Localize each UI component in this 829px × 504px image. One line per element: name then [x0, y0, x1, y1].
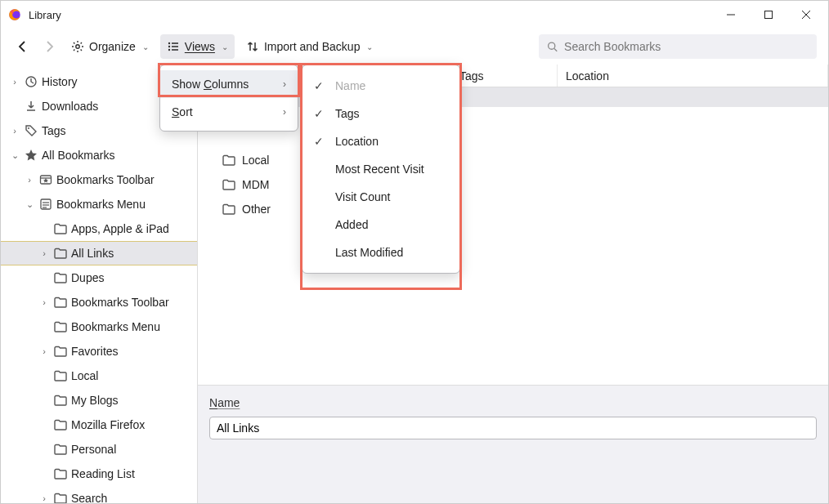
- sidebar-item-apps[interactable]: Apps, Apple & iPad: [1, 216, 197, 241]
- menu-item-show-columns[interactable]: Show Columns ›: [160, 70, 298, 98]
- sidebar-item-label: Reading List: [71, 467, 135, 480]
- column-toggle-location[interactable]: ✓Location: [302, 127, 459, 155]
- check-icon: ✓: [314, 135, 327, 148]
- list-item-label: MDM: [242, 178, 269, 191]
- sidebar-item-bookmarks-menu[interactable]: ⌄Bookmarks Menu: [1, 192, 197, 216]
- bookmarks-menu-icon: [38, 198, 53, 211]
- list-item-label: Local: [242, 154, 269, 167]
- column-header-location[interactable]: Location: [558, 65, 828, 87]
- tag-icon: [24, 124, 38, 137]
- star-icon: [24, 149, 38, 162]
- views-label: Views: [185, 40, 215, 53]
- titlebar: Library: [1, 1, 828, 29]
- sidebar-item-label: History: [42, 75, 78, 88]
- folder-icon: [53, 444, 68, 455]
- sidebar-item-label: Bookmarks Menu: [56, 198, 146, 211]
- check-icon: ✓: [314, 79, 327, 92]
- folder-icon: [222, 179, 235, 190]
- svg-point-15: [28, 127, 29, 129]
- folder-icon: [53, 223, 68, 234]
- column-toggle-visit-count[interactable]: Visit Count: [302, 183, 459, 211]
- list-item[interactable]: MDM: [198, 172, 828, 197]
- sidebar-item-label: Local: [71, 369, 98, 382]
- svg-point-7: [168, 46, 170, 47]
- sidebar-item-dupes[interactable]: Dupes: [1, 265, 197, 290]
- sidebar-item-all-links[interactable]: ›All Links: [1, 241, 197, 265]
- folder-icon: [53, 272, 68, 283]
- sidebar-item-bookmarks-menu-2[interactable]: Bookmarks Menu: [1, 314, 197, 339]
- sidebar-item-label: Bookmarks Menu: [71, 320, 160, 333]
- menu-item-label: Added: [335, 218, 368, 231]
- folder-icon: [53, 419, 68, 430]
- views-menu: Show Columns › Sort ›: [159, 65, 298, 132]
- list-area[interactable]: Local MDM Other: [198, 87, 828, 385]
- details-name-field[interactable]: All Links: [209, 417, 817, 439]
- menu-item-sort[interactable]: Sort ›: [160, 98, 298, 126]
- menu-item-label: Last Modified: [335, 246, 403, 259]
- column-toggle-last-modified[interactable]: Last Modified: [302, 239, 459, 266]
- folder-icon: [222, 203, 235, 215]
- column-toggle-tags[interactable]: ✓Tags: [302, 100, 459, 127]
- sidebar-item-my-blogs[interactable]: My Blogs: [1, 388, 197, 413]
- sidebar-item-personal[interactable]: Personal: [1, 437, 197, 462]
- sidebar-item-reading-list[interactable]: Reading List: [1, 462, 197, 486]
- menu-item-label: Location: [335, 135, 379, 148]
- search-box[interactable]: [539, 34, 817, 59]
- details-name-label: Name: [209, 396, 240, 409]
- column-toggle-added[interactable]: Added: [302, 211, 459, 239]
- column-header-tags[interactable]: Tags: [451, 65, 558, 87]
- folder-icon: [53, 321, 68, 332]
- gear-icon: [71, 40, 84, 53]
- sidebar-item-label: Downloads: [42, 100, 98, 113]
- toolbar-icon: [38, 173, 53, 186]
- import-backup-menu-button[interactable]: Import and Backup⌄: [240, 34, 380, 59]
- forward-button[interactable]: [38, 36, 60, 57]
- column-toggle-most-recent-visit[interactable]: Most Recent Visit: [302, 155, 459, 183]
- search-icon: [547, 41, 558, 52]
- sidebar-item-search[interactable]: ›Search: [1, 486, 197, 504]
- menu-item-label: Name: [335, 79, 365, 92]
- sidebar-item-label: Dupes: [71, 271, 104, 284]
- folder-icon: [53, 370, 68, 381]
- sidebar-item-label: Mozilla Firefox: [71, 418, 145, 431]
- svg-point-6: [168, 42, 170, 44]
- sidebar-item-label: Apps, Apple & iPad: [71, 222, 169, 235]
- folder-icon: [53, 248, 68, 259]
- menu-item-label: Tags: [335, 107, 360, 120]
- sidebar-item-label: My Blogs: [71, 394, 119, 407]
- svg-rect-2: [765, 11, 773, 19]
- back-button[interactable]: [12, 36, 34, 57]
- maximize-button[interactable]: [750, 2, 787, 27]
- list-item[interactable]: Local: [198, 148, 828, 172]
- svg-point-12: [549, 42, 555, 49]
- download-icon: [24, 100, 38, 113]
- folder-icon: [53, 493, 68, 504]
- clock-icon: [24, 75, 38, 88]
- sidebar-item-label: Search: [71, 492, 107, 504]
- sidebar-item-label: Tags: [42, 124, 66, 137]
- folder-icon: [53, 346, 68, 357]
- folder-icon: [53, 468, 68, 479]
- organize-menu-button[interactable]: Organize⌄: [65, 34, 155, 59]
- search-input[interactable]: [564, 40, 809, 53]
- minimize-button[interactable]: [712, 2, 750, 27]
- sidebar-item-label: Bookmarks Toolbar: [71, 296, 169, 309]
- list-item[interactable]: Other: [198, 197, 828, 221]
- sidebar-item-label: Personal: [71, 443, 116, 456]
- views-menu-button[interactable]: Views⌄: [160, 34, 235, 59]
- sidebar-item-all-bookmarks[interactable]: ⌄All Bookmarks: [1, 143, 197, 167]
- sidebar-item-favorites[interactable]: ›Favorites: [1, 339, 197, 364]
- sidebar-item-bookmarks-toolbar-2[interactable]: ›Bookmarks Toolbar: [1, 290, 197, 314]
- toolbar: Organize⌄ Views⌄ Import and Backup⌄: [1, 29, 828, 65]
- sidebar-item-bookmarks-toolbar[interactable]: ›Bookmarks Toolbar: [1, 167, 197, 192]
- svg-point-8: [168, 49, 170, 51]
- window-title: Library: [29, 9, 61, 21]
- list-icon: [167, 40, 180, 53]
- menu-item-label: Visit Count: [335, 190, 390, 203]
- svg-point-5: [76, 45, 79, 48]
- organize-label: Organize: [89, 40, 136, 53]
- close-button[interactable]: [787, 2, 825, 27]
- sidebar-item-mozilla-firefox[interactable]: Mozilla Firefox: [1, 413, 197, 437]
- sidebar-item-local[interactable]: Local: [1, 364, 197, 388]
- chevron-right-icon: ›: [283, 78, 286, 90]
